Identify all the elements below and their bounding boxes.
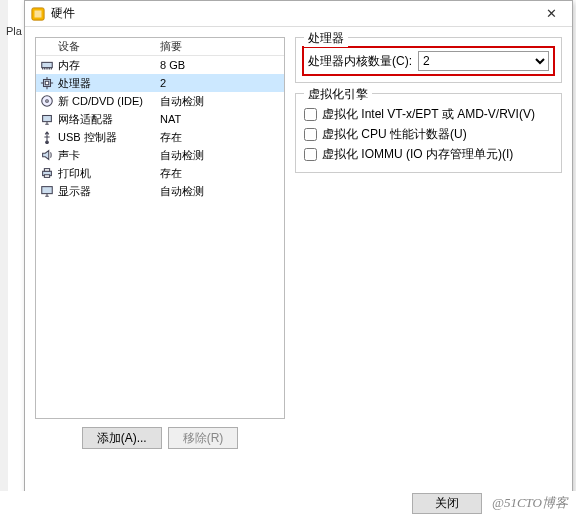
virtualization-group: 虚拟化引擎 虚拟化 Intel VT-x/EPT 或 AMD-V/RVI(V) …: [295, 93, 562, 173]
remove-button[interactable]: 移除(R): [168, 427, 239, 449]
device-name: 显示器: [58, 184, 91, 199]
core-count-select[interactable]: 2: [418, 51, 549, 71]
background-text: Pla: [6, 25, 22, 37]
right-column: 处理器 处理器内核数量(C): 2 虚拟化引擎 虚拟化 Intel VT-x/E…: [295, 37, 562, 457]
titlebar: 硬件 ✕: [25, 1, 572, 27]
svg-point-6: [46, 100, 49, 103]
device-name: 打印机: [58, 166, 91, 181]
svg-point-8: [46, 141, 49, 144]
virt-option-row: 虚拟化 Intel VT-x/EPT 或 AMD-V/RVI(V): [304, 104, 553, 124]
virt-option-row: 虚拟化 CPU 性能计数器(U): [304, 124, 553, 144]
svg-rect-11: [44, 175, 49, 178]
display-icon: [40, 184, 54, 198]
virt-cpu-perf-checkbox[interactable]: [304, 128, 317, 141]
svg-rect-2: [42, 62, 53, 67]
sound-icon: [40, 148, 54, 162]
svg-rect-7: [43, 116, 52, 122]
device-name: 内存: [58, 58, 80, 73]
dialog-title: 硬件: [51, 5, 534, 22]
virt-vtx-checkbox[interactable]: [304, 108, 317, 121]
device-summary: NAT: [160, 113, 280, 125]
device-name: 新 CD/DVD (IDE): [58, 94, 143, 109]
header-summary: 摘要: [160, 39, 280, 54]
app-icon: [31, 7, 45, 21]
cpu-icon: [40, 76, 54, 90]
device-summary: 自动检测: [160, 94, 280, 109]
hardware-dialog: 硬件 ✕ 设备 摘要 内存 8 GB 处理器 2 新 CD/DVD (IDE): [24, 0, 573, 497]
device-name: USB 控制器: [58, 130, 117, 145]
header-device: 设备: [40, 39, 160, 54]
dialog-content: 设备 摘要 内存 8 GB 处理器 2 新 CD/DVD (IDE) 自动检测 …: [25, 27, 572, 457]
core-count-row: 处理器内核数量(C): 2: [302, 46, 555, 76]
svg-rect-4: [45, 81, 49, 85]
svg-rect-12: [42, 187, 53, 194]
device-buttons: 添加(A)... 移除(R): [35, 419, 285, 457]
network-icon: [40, 112, 54, 126]
virt-vtx-label: 虚拟化 Intel VT-x/EPT 或 AMD-V/RVI(V): [322, 106, 535, 123]
device-row[interactable]: 内存 8 GB: [36, 56, 284, 74]
device-row[interactable]: 处理器 2: [36, 74, 284, 92]
core-count-label: 处理器内核数量(C):: [308, 53, 412, 70]
device-row[interactable]: 打印机 存在: [36, 164, 284, 182]
printer-icon: [40, 166, 54, 180]
device-name: 声卡: [58, 148, 80, 163]
close-button[interactable]: ✕: [534, 3, 568, 25]
virt-iommu-label: 虚拟化 IOMMU (IO 内存管理单元)(I): [322, 146, 513, 163]
device-summary: 存在: [160, 166, 280, 181]
device-name: 处理器: [58, 76, 91, 91]
memory-icon: [40, 58, 54, 72]
usb-icon: [40, 130, 54, 144]
device-row[interactable]: 显示器 自动检测: [36, 182, 284, 200]
close-dialog-button[interactable]: 关闭: [412, 493, 482, 514]
left-column: 设备 摘要 内存 8 GB 处理器 2 新 CD/DVD (IDE) 自动检测 …: [35, 37, 285, 457]
processor-group: 处理器 处理器内核数量(C): 2: [295, 37, 562, 83]
close-icon: ✕: [546, 6, 557, 21]
bottom-bar: 关闭 @51CTO博客: [0, 491, 576, 515]
svg-rect-10: [44, 169, 49, 172]
virtualization-legend: 虚拟化引擎: [304, 86, 372, 103]
device-row[interactable]: 声卡 自动检测: [36, 146, 284, 164]
virt-option-row: 虚拟化 IOMMU (IO 内存管理单元)(I): [304, 144, 553, 164]
cd-icon: [40, 94, 54, 108]
device-row[interactable]: USB 控制器 存在: [36, 128, 284, 146]
processor-legend: 处理器: [304, 30, 348, 47]
virt-iommu-checkbox[interactable]: [304, 148, 317, 161]
device-row[interactable]: 网络适配器 NAT: [36, 110, 284, 128]
background-strip: [0, 0, 8, 515]
device-row[interactable]: 新 CD/DVD (IDE) 自动检测: [36, 92, 284, 110]
device-summary: 自动检测: [160, 148, 280, 163]
device-summary: 存在: [160, 130, 280, 145]
device-name: 网络适配器: [58, 112, 113, 127]
device-summary: 2: [160, 77, 280, 89]
svg-rect-1: [35, 10, 42, 17]
virt-cpu-perf-label: 虚拟化 CPU 性能计数器(U): [322, 126, 467, 143]
watermark: @51CTO博客: [492, 494, 568, 512]
device-summary: 自动检测: [160, 184, 280, 199]
device-summary: 8 GB: [160, 59, 280, 71]
device-list[interactable]: 设备 摘要 内存 8 GB 处理器 2 新 CD/DVD (IDE) 自动检测 …: [35, 37, 285, 419]
add-button[interactable]: 添加(A)...: [82, 427, 162, 449]
device-list-header: 设备 摘要: [36, 38, 284, 56]
